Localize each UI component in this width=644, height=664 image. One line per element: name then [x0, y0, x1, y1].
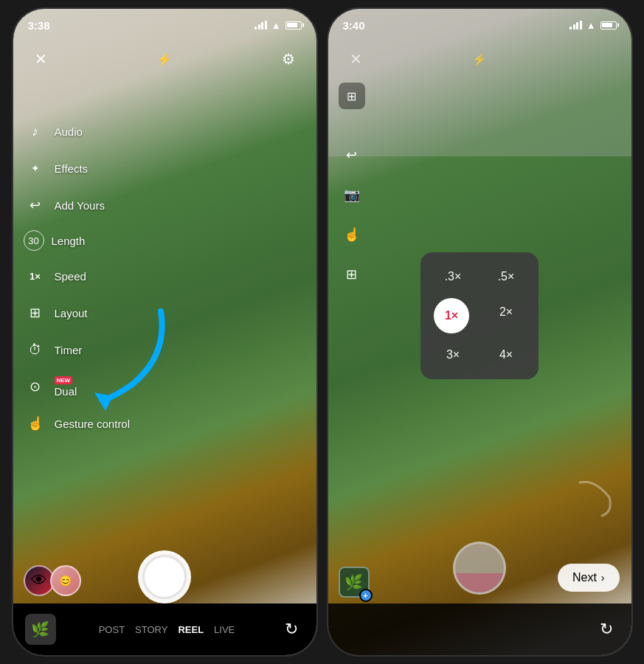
status-bar-left: 3:38 ▲	[13, 9, 316, 41]
battery-icon	[285, 21, 302, 30]
shutter-button-right[interactable]	[453, 542, 506, 595]
signal-icon-right	[569, 21, 582, 30]
flash-icon-right[interactable]: ⚡	[466, 46, 493, 72]
menu-label-layout: Layout	[55, 307, 88, 319]
top-controls-left: ✕ ⚡ ⚙	[13, 46, 316, 72]
menu-label-length: Length	[52, 235, 86, 247]
dual-icon: ⊙	[24, 375, 47, 398]
right-phone: 3:40 ▲ ✕ ⚡ ⊞	[327, 7, 633, 657]
hand-btn-right[interactable]: ☝	[339, 221, 365, 248]
speed-popup: .3× .5× 1× 2× 3× 4×	[420, 252, 539, 379]
menu-item-effects[interactable]: ✦ Effects	[24, 156, 131, 180]
add-badge[interactable]: +	[359, 589, 373, 602]
shutter-button[interactable]	[138, 550, 191, 604]
menu-label-dual: Dual	[55, 385, 77, 398]
speed-option-3x[interactable]: 3×	[434, 341, 472, 369]
speed-option-0.5x[interactable]: .5×	[487, 263, 525, 291]
left-phone: 3:38 ▲ ✕ ⚡ ⚙ ♪	[12, 7, 318, 657]
tab-live[interactable]: LIVE	[214, 624, 235, 635]
close-button[interactable]: ✕	[28, 46, 55, 72]
signal-icon	[255, 21, 267, 30]
menu-item-add-yours[interactable]: ↩ Add Yours	[24, 193, 131, 217]
shutter-progress	[455, 573, 504, 592]
dual-label-container: NEW Dual	[55, 376, 77, 398]
speed-option-0.3x[interactable]: .3×	[434, 263, 472, 291]
left-side-controls-right: ↩ 📷 ☝ ⊞	[339, 142, 365, 288]
next-label: Next	[572, 571, 597, 584]
menu-item-length[interactable]: 30 Length	[24, 230, 131, 251]
left-menu: ♪ Audio ✦ Effects ↩ Add Yours 30 Length …	[24, 120, 131, 435]
timer-icon: ⏱	[24, 338, 47, 362]
time-right: 3:40	[343, 19, 365, 32]
add-yours-icon: ↩	[24, 193, 47, 217]
decorative-shape	[572, 475, 617, 522]
menu-label-add-yours: Add Yours	[55, 199, 105, 212]
shutter-area-right	[453, 542, 506, 595]
menu-item-audio[interactable]: ♪ Audio	[24, 120, 131, 143]
menu-item-timer[interactable]: ⏱ Timer	[24, 338, 131, 362]
gallery-btn-right[interactable]: ⊞	[339, 261, 365, 288]
audio-icon: ♪	[24, 120, 47, 143]
speed-option-4x[interactable]: 4×	[487, 341, 525, 369]
menu-item-speed[interactable]: 1× Speed	[24, 264, 131, 288]
camera-btn-right[interactable]: 📷	[339, 181, 365, 208]
grid-icon: ⊞	[339, 83, 365, 109]
speed-option-1x[interactable]: 1×	[434, 298, 469, 333]
battery-icon-right	[600, 21, 617, 30]
tab-post[interactable]: POST	[99, 624, 125, 635]
menu-item-gesture[interactable]: ☝ Gesture control	[24, 412, 131, 435]
tab-story[interactable]: STORY	[135, 624, 167, 635]
layout-icon: ⊞	[24, 301, 47, 325]
close-button-right[interactable]: ✕	[343, 46, 370, 72]
speed-icon: 1×	[24, 264, 47, 288]
mode-bar-left: 🌿 POST STORY REEL LIVE ↻	[13, 604, 316, 655]
next-chevron-icon: ›	[601, 572, 605, 584]
effects-icon: ✦	[24, 156, 47, 180]
status-icons-left: ▲	[255, 20, 301, 31]
new-badge-dual: NEW	[55, 376, 73, 384]
overlay-grid-icon[interactable]: ⊞	[339, 83, 365, 109]
menu-label-effects: Effects	[55, 162, 89, 175]
mode-tabs: POST STORY REEL LIVE	[99, 624, 235, 635]
menu-label-gesture: Gesture control	[55, 418, 131, 430]
tab-reel[interactable]: REEL	[178, 624, 204, 635]
menu-label-audio: Audio	[55, 125, 83, 138]
gesture-icon: ☝	[24, 412, 47, 435]
shutter-area	[13, 550, 316, 604]
menu-item-layout[interactable]: ⊞ Layout	[24, 301, 131, 325]
next-button[interactable]: Next ›	[558, 564, 620, 592]
status-bar-right: 3:40 ▲	[328, 9, 631, 41]
add-yours-btn-right[interactable]: ↩	[339, 142, 365, 168]
time-left: 3:38	[28, 19, 50, 32]
flip-camera-button-right[interactable]: ↻	[593, 616, 620, 643]
gallery-thumb[interactable]: 🌿	[25, 614, 56, 645]
left-screen: 3:38 ▲ ✕ ⚡ ⚙ ♪	[13, 9, 316, 655]
menu-item-dual[interactable]: ⊙ NEW Dual	[24, 375, 131, 398]
mode-bar-right: ↻	[328, 604, 631, 655]
wifi-icon-right: ▲	[586, 20, 596, 31]
menu-label-speed: Speed	[55, 270, 86, 283]
menu-label-timer: Timer	[55, 344, 83, 356]
wifi-icon: ▲	[271, 20, 281, 31]
settings-icon[interactable]: ⚙	[275, 46, 302, 72]
length-icon: 30	[24, 230, 44, 251]
right-screen: 3:40 ▲ ✕ ⚡ ⊞	[328, 9, 631, 655]
status-icons-right: ▲	[569, 20, 616, 31]
flash-icon[interactable]: ⚡	[151, 46, 178, 72]
top-controls-right: ✕ ⚡	[328, 46, 631, 72]
speed-option-2x[interactable]: 2×	[487, 298, 525, 326]
flip-camera-button[interactable]: ↻	[278, 616, 305, 643]
